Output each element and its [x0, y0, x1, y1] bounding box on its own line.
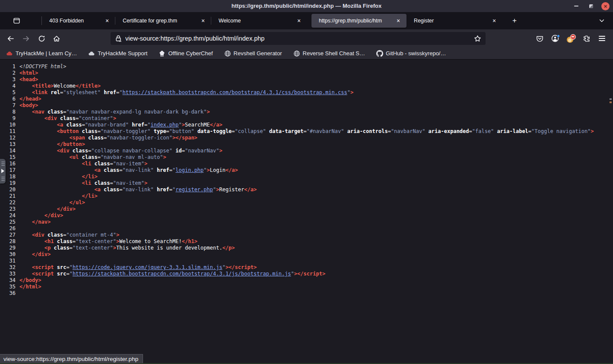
new-tab-button[interactable]: + — [509, 15, 520, 26]
tab-close-icon[interactable]: × — [295, 17, 303, 25]
tab-close-icon[interactable]: × — [103, 17, 111, 25]
line-number: 36 — [0, 290, 16, 297]
bookmark-item[interactable]: TryHackMe | Learn Cy… — [4, 49, 79, 58]
source-code: 1<!DOCTYPE html>2<html>3<head>4 <title>W… — [0, 60, 613, 297]
source-link[interactable]: register.php — [175, 187, 213, 193]
bookmark-label: GitHub - swisskyrepo/… — [386, 50, 446, 57]
line-content: </html> — [19, 284, 41, 290]
line-content: <span class="navbar-toggler-icon"></span… — [19, 135, 197, 141]
line-number: 29 — [0, 245, 16, 251]
tab[interactable]: 403 Forbidden× — [42, 14, 115, 28]
line-content: </button> — [19, 141, 85, 147]
forward-button[interactable] — [20, 32, 32, 44]
line-number: 7 — [0, 102, 16, 109]
tab[interactable]: Welcome× — [211, 14, 307, 28]
minimize-button[interactable] — [572, 2, 581, 10]
source-line: 11 <button class="navbar-toggler" type="… — [0, 128, 613, 135]
account-button[interactable] — [549, 32, 561, 44]
source-line: 25 </nav> — [0, 219, 613, 225]
line-number: 1 — [0, 63, 16, 70]
browser-window: https://grep.thm/public/html/index.php —… — [0, 0, 613, 364]
source-link[interactable]: https://stackpath.bootstrapcdn.com/boots… — [73, 271, 291, 277]
bookmarks-bar: TryHackMe | Learn Cy…TryHackMe SupportOf… — [0, 47, 613, 60]
source-line: 6</head> — [0, 96, 613, 102]
home-button[interactable] — [51, 32, 63, 44]
line-content: <li class="nav-item"> — [19, 180, 147, 186]
extensions-button[interactable] — [580, 32, 592, 44]
line-content: <a class="nav-link" href="register.php">… — [19, 187, 257, 193]
blocker-extension-icon — [567, 35, 575, 43]
tab-close-icon[interactable]: × — [394, 17, 402, 25]
source-line: 1<!DOCTYPE html> — [0, 63, 613, 70]
line-content: <nav class="navbar navbar-expand-lg navb… — [19, 109, 210, 115]
pocket-button[interactable] — [534, 32, 546, 44]
line-content: </div> — [19, 251, 51, 257]
blocker-extension-button[interactable] — [565, 32, 577, 44]
firefox-view-button[interactable] — [10, 15, 22, 27]
tab-label: Register — [414, 18, 489, 24]
source-line: 34</body> — [0, 277, 613, 284]
reload-button[interactable] — [35, 32, 48, 44]
tab-active[interactable]: https://grep.thm/public/htm× — [311, 14, 407, 28]
bookmark-item[interactable]: GitHub - swisskyrepo/… — [375, 49, 448, 58]
back-button[interactable] — [4, 32, 16, 44]
scrollbar-marker[interactable] — [610, 101, 612, 103]
bookmark-item[interactable]: Reverse Shell Cheat S… — [292, 49, 367, 58]
line-number: 25 — [0, 219, 16, 225]
drag-dots-icon — [1, 161, 5, 166]
bookmark-item[interactable]: TryHackMe Support — [86, 49, 149, 58]
tab-close-icon[interactable]: × — [199, 17, 207, 25]
source-link[interactable]: index.php — [151, 122, 179, 128]
extensions-puzzle-icon — [583, 35, 590, 42]
window-controls: × — [572, 0, 610, 12]
pocket-icon — [536, 35, 543, 42]
cloud-icon — [6, 50, 13, 57]
tab[interactable]: Register× — [407, 14, 502, 28]
scrollbar-marker[interactable] — [610, 98, 612, 100]
line-content: </li> — [19, 193, 98, 199]
source-link[interactable]: https://code.jquery.com/jquery-3.3.1.sli… — [73, 264, 222, 270]
list-all-tabs-button[interactable] — [597, 16, 607, 26]
source-link[interactable]: login.php — [175, 167, 203, 173]
bookmark-label: Reverse Shell Cheat S… — [303, 50, 365, 57]
titlebar: https://grep.thm/public/html/index.php —… — [0, 0, 613, 12]
line-number: 33 — [0, 271, 16, 277]
source-line: 24 </div> — [0, 212, 613, 219]
bookmark-star-icon[interactable] — [473, 34, 482, 43]
bookmark-item[interactable]: Revshell Generator — [222, 49, 284, 58]
source-viewer: 1<!DOCTYPE html>2<html>3<head>4 <title>W… — [0, 60, 613, 364]
sidebar-handle[interactable] — [0, 159, 6, 184]
tab-close-icon[interactable]: × — [490, 17, 498, 25]
line-number: 28 — [0, 238, 16, 245]
lock-warning-icon[interactable] — [114, 34, 123, 43]
line-number: 14 — [0, 148, 16, 154]
line-content: </div> — [19, 212, 63, 218]
line-number: 34 — [0, 277, 16, 284]
bookmark-item[interactable]: Offline CyberChef — [157, 49, 214, 58]
line-content: <button class="navbar-toggler" type="but… — [19, 128, 594, 134]
tab[interactable]: Certificate for grep.thm× — [115, 14, 211, 28]
bookmark-label: TryHackMe Support — [98, 50, 147, 57]
source-line: 5 <link rel="stylesheet" href="https://s… — [0, 89, 613, 96]
menu-button[interactable] — [596, 32, 608, 44]
source-line: 20 <a class="nav-link" href="register.ph… — [0, 187, 613, 193]
drag-dots-icon — [1, 176, 5, 181]
close-window-button[interactable]: × — [601, 2, 610, 10]
tab-label: Certificate for grep.thm — [123, 18, 197, 24]
line-number: 31 — [0, 258, 16, 264]
url-bar[interactable]: view-source:https://grep.thm/public/html… — [111, 32, 486, 45]
chef-hat-icon — [159, 50, 165, 57]
line-number: 11 — [0, 128, 16, 135]
line-content: </li> — [19, 174, 98, 180]
line-number: 30 — [0, 251, 16, 258]
source-link[interactable]: https://stackpath.bootstrapcdn.com/boots… — [123, 89, 347, 95]
url-input[interactable]: view-source:https://grep.thm/public/html… — [125, 35, 473, 42]
source-line: 3<head> — [0, 76, 613, 83]
line-content: <a class="nav-link" href="login.php">Log… — [19, 167, 238, 173]
line-content: <p class="text-center">This website is u… — [19, 245, 235, 251]
line-content: </head> — [19, 96, 41, 102]
line-number: 2 — [0, 70, 16, 76]
line-number: 6 — [0, 96, 16, 102]
line-content: <li class="nav-item"> — [19, 161, 147, 167]
restore-button[interactable] — [587, 2, 595, 10]
